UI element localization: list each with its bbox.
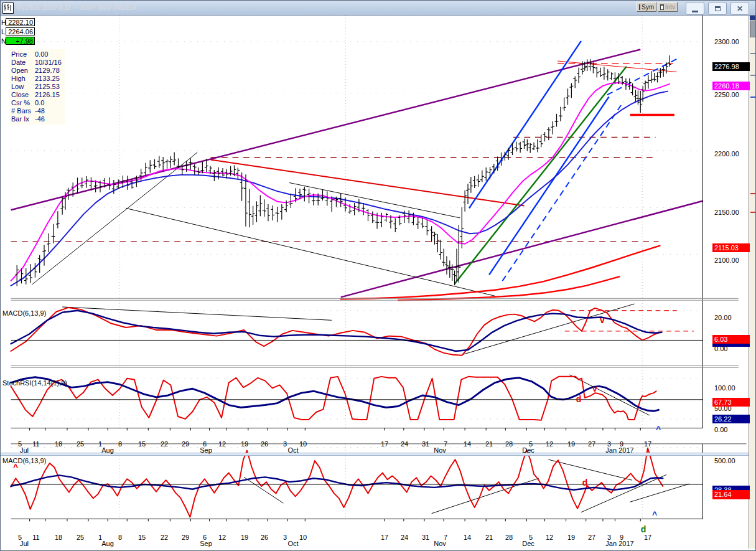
cursor-data-row: High2133.25 [11,75,63,83]
cursor-data-row: Bar Ix-46 [11,115,63,123]
cursor-data-row: Price0.00 [11,50,63,59]
scroll-mark [750,212,755,213]
minimize-button[interactable] [686,2,704,15]
low-label: L [1,28,5,35]
window-title: INDEX:$SPX,D – S&P 500 INDEX [17,3,137,12]
scroll-mark [750,97,755,98]
pane-splitter[interactable] [1,453,756,456]
cursor-data-row: Csr %0.0 [11,99,63,107]
cursor-data-rows: Price0.00Date10/31/16Open2129.78High2133… [11,50,63,123]
close-icon: ✕ [737,5,743,12]
minimize-icon [692,11,698,12]
intv-window-icon [660,4,664,10]
session-high-box: 2282.10 [6,18,35,26]
scroll-mark [750,193,755,194]
high-label: H [1,19,5,26]
close-button[interactable]: ✕ [730,2,749,15]
net-label: N [1,37,5,45]
cursor-data-row: Date10/31/16 [11,59,63,67]
sym-button-label: Sym [642,4,654,11]
cursor-data-row: Low2125.53 [11,83,63,91]
chart-window: INDEX:$SPX,D – S&P 500 INDEX Sym Intv ✕ … [0,0,756,551]
sym-window-icon [639,4,640,10]
scroll-mark [750,53,755,54]
scrollbar-thumb[interactable] [750,21,756,37]
sym-button[interactable]: Sym [637,2,656,12]
chart-canvas[interactable] [1,16,756,551]
cursor-data-row: Close2126.15 [11,91,63,99]
right-scrollbar[interactable] [749,16,756,549]
net-change-box: +7.98 [6,37,35,45]
app-chart-icon [2,2,14,14]
restore-button[interactable] [708,2,727,15]
restore-icon [715,6,721,11]
cursor-data-panel: Price0.00Date10/31/16Open2129.78High2133… [9,49,65,125]
cursor-data-row: Open2129.78 [11,67,63,75]
title-bar[interactable]: INDEX:$SPX,D – S&P 500 INDEX Sym Intv ✕ [1,1,756,16]
scroll-mark [750,75,755,76]
candlestick-glyph [3,3,12,12]
intv-button-label: Intv [665,4,675,11]
scrollbar-top-cap [750,16,756,20]
session-low-box: 2264.06 [6,27,35,35]
cursor-data-row: # Bars-48 [11,107,63,115]
intv-button[interactable]: Intv [658,2,678,12]
